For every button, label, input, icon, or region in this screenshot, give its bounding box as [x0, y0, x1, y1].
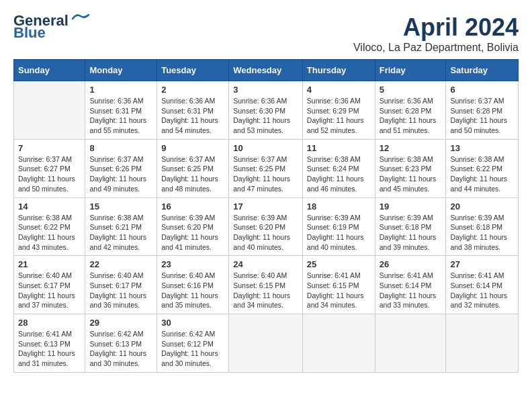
day-number: 28	[18, 318, 81, 328]
calendar-cell: 17Sunrise: 6:39 AMSunset: 6:20 PMDayligh…	[229, 197, 303, 256]
calendar-cell: 29Sunrise: 6:42 AMSunset: 6:13 PMDayligh…	[85, 314, 157, 373]
day-number: 12	[380, 143, 442, 153]
day-info: Sunrise: 6:40 AMSunset: 6:17 PMDaylight:…	[89, 271, 152, 310]
day-number: 9	[161, 143, 224, 153]
page-header: General Blue April 2024 Viloco, La Paz D…	[13, 13, 519, 54]
calendar-cell	[302, 314, 375, 373]
calendar-cell: 12Sunrise: 6:38 AMSunset: 6:23 PMDayligh…	[375, 139, 446, 197]
day-number: 30	[161, 318, 224, 328]
day-number: 27	[450, 259, 514, 269]
month-title: April 2024	[353, 13, 519, 42]
day-info: Sunrise: 6:40 AMSunset: 6:17 PMDaylight:…	[18, 271, 81, 310]
calendar-cell: 7Sunrise: 6:37 AMSunset: 6:27 PMDaylight…	[14, 139, 85, 197]
day-number: 20	[450, 201, 514, 212]
day-info: Sunrise: 6:37 AMSunset: 6:28 PMDaylight:…	[450, 96, 514, 136]
calendar-cell: 13Sunrise: 6:38 AMSunset: 6:22 PMDayligh…	[446, 139, 519, 197]
day-info: Sunrise: 6:42 AMSunset: 6:13 PMDaylight:…	[89, 329, 152, 369]
day-info: Sunrise: 6:37 AMSunset: 6:27 PMDaylight:…	[18, 154, 81, 194]
calendar-cell: 20Sunrise: 6:39 AMSunset: 6:18 PMDayligh…	[446, 197, 519, 256]
day-number: 13	[450, 143, 514, 153]
day-info: Sunrise: 6:41 AMSunset: 6:14 PMDaylight:…	[380, 271, 442, 310]
calendar-cell: 26Sunrise: 6:41 AMSunset: 6:14 PMDayligh…	[375, 256, 446, 314]
calendar-cell: 28Sunrise: 6:41 AMSunset: 6:13 PMDayligh…	[14, 314, 85, 373]
weekday-header-saturday: Saturday	[446, 60, 519, 81]
day-number: 1	[89, 85, 152, 95]
calendar-week-4: 21Sunrise: 6:40 AMSunset: 6:17 PMDayligh…	[14, 256, 519, 314]
day-info: Sunrise: 6:40 AMSunset: 6:15 PMDaylight:…	[233, 271, 298, 310]
calendar-week-2: 7Sunrise: 6:37 AMSunset: 6:27 PMDaylight…	[14, 139, 519, 197]
day-number: 8	[89, 143, 152, 153]
day-number: 17	[233, 201, 298, 212]
location-subtitle: Viloco, La Paz Department, Bolivia	[353, 42, 519, 54]
calendar-cell: 3Sunrise: 6:36 AMSunset: 6:30 PMDaylight…	[229, 81, 303, 140]
day-info: Sunrise: 6:36 AMSunset: 6:31 PMDaylight:…	[89, 96, 152, 136]
day-info: Sunrise: 6:39 AMSunset: 6:18 PMDaylight:…	[380, 213, 442, 253]
day-info: Sunrise: 6:39 AMSunset: 6:20 PMDaylight:…	[233, 213, 298, 253]
calendar-cell: 1Sunrise: 6:36 AMSunset: 6:31 PMDaylight…	[85, 81, 157, 140]
calendar-cell: 4Sunrise: 6:36 AMSunset: 6:29 PMDaylight…	[302, 81, 375, 140]
calendar-cell	[375, 314, 446, 373]
calendar-cell: 25Sunrise: 6:41 AMSunset: 6:15 PMDayligh…	[302, 256, 375, 314]
logo-blue: Blue	[13, 26, 46, 40]
calendar-cell: 24Sunrise: 6:40 AMSunset: 6:15 PMDayligh…	[229, 256, 303, 314]
weekday-header-friday: Friday	[375, 60, 446, 81]
calendar-cell: 21Sunrise: 6:40 AMSunset: 6:17 PMDayligh…	[14, 256, 85, 314]
calendar-table: SundayMondayTuesdayWednesdayThursdayFrid…	[13, 59, 519, 373]
day-info: Sunrise: 6:36 AMSunset: 6:28 PMDaylight:…	[380, 96, 442, 136]
day-info: Sunrise: 6:37 AMSunset: 6:26 PMDaylight:…	[89, 154, 152, 194]
calendar-cell	[229, 314, 303, 373]
day-info: Sunrise: 6:41 AMSunset: 6:13 PMDaylight:…	[18, 329, 81, 369]
day-number: 4	[307, 85, 371, 95]
calendar-week-5: 28Sunrise: 6:41 AMSunset: 6:13 PMDayligh…	[14, 314, 519, 373]
day-number: 6	[450, 85, 514, 95]
calendar-cell: 19Sunrise: 6:39 AMSunset: 6:18 PMDayligh…	[375, 197, 446, 256]
calendar-cell	[446, 314, 519, 373]
day-info: Sunrise: 6:40 AMSunset: 6:16 PMDaylight:…	[161, 271, 224, 310]
calendar-cell: 9Sunrise: 6:37 AMSunset: 6:25 PMDaylight…	[157, 139, 229, 197]
day-number: 10	[233, 143, 298, 153]
day-info: Sunrise: 6:39 AMSunset: 6:18 PMDaylight:…	[450, 213, 514, 253]
day-info: Sunrise: 6:38 AMSunset: 6:24 PMDaylight:…	[307, 154, 371, 194]
calendar-cell: 5Sunrise: 6:36 AMSunset: 6:28 PMDaylight…	[375, 81, 446, 140]
calendar-cell: 27Sunrise: 6:41 AMSunset: 6:14 PMDayligh…	[446, 256, 519, 314]
day-number: 2	[161, 85, 224, 95]
day-info: Sunrise: 6:38 AMSunset: 6:22 PMDaylight:…	[450, 154, 514, 194]
day-number: 24	[233, 259, 298, 269]
day-info: Sunrise: 6:42 AMSunset: 6:12 PMDaylight:…	[161, 329, 224, 369]
calendar-cell: 2Sunrise: 6:36 AMSunset: 6:31 PMDaylight…	[157, 81, 229, 140]
day-number: 16	[161, 201, 224, 212]
title-section: April 2024 Viloco, La Paz Department, Bo…	[353, 13, 519, 54]
day-info: Sunrise: 6:36 AMSunset: 6:30 PMDaylight:…	[233, 96, 298, 136]
calendar-cell: 30Sunrise: 6:42 AMSunset: 6:12 PMDayligh…	[157, 314, 229, 373]
day-number: 5	[380, 85, 442, 95]
logo-bird-icon	[71, 12, 90, 24]
weekday-header-wednesday: Wednesday	[229, 60, 303, 81]
logo: General Blue	[13, 13, 90, 40]
weekday-header-tuesday: Tuesday	[157, 60, 229, 81]
weekday-header-thursday: Thursday	[302, 60, 375, 81]
day-number: 7	[18, 143, 81, 153]
calendar-cell	[14, 81, 85, 140]
day-number: 11	[307, 143, 371, 153]
day-info: Sunrise: 6:36 AMSunset: 6:31 PMDaylight:…	[161, 96, 224, 136]
day-info: Sunrise: 6:39 AMSunset: 6:20 PMDaylight:…	[161, 213, 224, 253]
calendar-cell: 22Sunrise: 6:40 AMSunset: 6:17 PMDayligh…	[85, 256, 157, 314]
day-info: Sunrise: 6:37 AMSunset: 6:25 PMDaylight:…	[161, 154, 224, 194]
day-number: 15	[89, 201, 152, 212]
day-info: Sunrise: 6:41 AMSunset: 6:14 PMDaylight:…	[450, 271, 514, 310]
day-info: Sunrise: 6:38 AMSunset: 6:23 PMDaylight:…	[380, 154, 442, 194]
day-number: 29	[89, 318, 152, 328]
day-number: 23	[161, 259, 224, 269]
day-number: 19	[380, 201, 442, 212]
calendar-cell: 11Sunrise: 6:38 AMSunset: 6:24 PMDayligh…	[302, 139, 375, 197]
day-info: Sunrise: 6:38 AMSunset: 6:21 PMDaylight:…	[89, 213, 152, 253]
day-number: 25	[307, 259, 371, 269]
day-number: 14	[18, 201, 81, 212]
calendar-cell: 23Sunrise: 6:40 AMSunset: 6:16 PMDayligh…	[157, 256, 229, 314]
day-number: 3	[233, 85, 298, 95]
day-info: Sunrise: 6:41 AMSunset: 6:15 PMDaylight:…	[307, 271, 371, 310]
calendar-cell: 8Sunrise: 6:37 AMSunset: 6:26 PMDaylight…	[85, 139, 157, 197]
calendar-cell: 15Sunrise: 6:38 AMSunset: 6:21 PMDayligh…	[85, 197, 157, 256]
day-info: Sunrise: 6:37 AMSunset: 6:25 PMDaylight:…	[233, 154, 298, 194]
calendar-week-3: 14Sunrise: 6:38 AMSunset: 6:22 PMDayligh…	[14, 197, 519, 256]
